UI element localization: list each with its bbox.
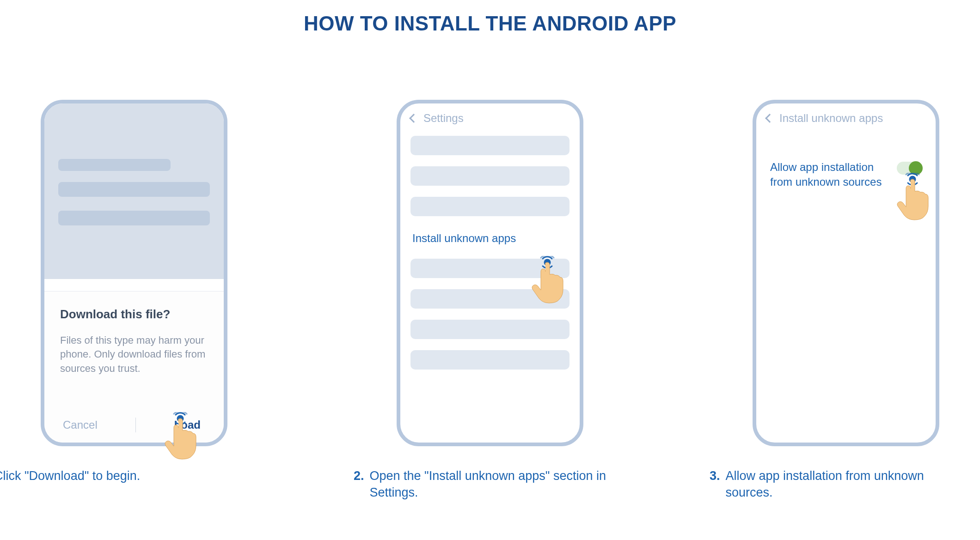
unknown-apps-panel: Allow app installation from unknown sour… <box>756 129 936 202</box>
screen-header[interactable]: Settings <box>400 103 580 129</box>
caption-number: 3. <box>710 467 720 501</box>
page-title: HOW TO INSTALL THE ANDROID APP <box>0 12 980 35</box>
dialog-body: Files of this type may harm your phone. … <box>60 334 208 376</box>
settings-list: Install unknown apps <box>400 129 580 387</box>
allow-unknown-toggle[interactable] <box>897 162 922 175</box>
download-dialog: Download this file? Files of this type m… <box>44 291 224 443</box>
phone-mockup-3: Install unknown apps Allow app installat… <box>753 100 939 446</box>
step-caption: Click "Download" to begin. <box>0 467 247 484</box>
caption-text: Click "Download" to begin. <box>0 467 247 484</box>
placeholder-bar <box>58 159 171 171</box>
settings-item-placeholder <box>410 259 570 278</box>
caption-number: 2. <box>354 467 364 501</box>
dialog-title: Download this file? <box>60 307 208 322</box>
header-title: Install unknown apps <box>779 112 883 125</box>
settings-item-placeholder <box>410 289 570 309</box>
background-content <box>44 103 224 279</box>
install-guide: HOW TO INSTALL THE ANDROID APP Download … <box>0 0 980 501</box>
step-3: Install unknown apps Allow app installat… <box>744 100 948 501</box>
toggle-knob <box>909 161 923 175</box>
settings-item-placeholder <box>410 166 570 186</box>
settings-item-placeholder <box>410 197 570 216</box>
step-caption: 2. Open the "Install unknown apps" secti… <box>354 467 612 501</box>
dialog-actions: Cancel Load <box>60 418 208 432</box>
placeholder-bar <box>58 211 210 225</box>
caption-text: Allow app installation from unknown sour… <box>726 467 968 501</box>
back-chevron-icon <box>409 114 418 123</box>
cancel-button[interactable]: Cancel <box>63 419 98 431</box>
toggle-label: Allow app installation from unknown sour… <box>770 160 889 190</box>
phone-mockup-1: Download this file? Files of this type m… <box>41 100 227 446</box>
screen-header[interactable]: Install unknown apps <box>756 103 936 129</box>
settings-item-placeholder <box>410 136 570 155</box>
steps-row: Download this file? Files of this type m… <box>0 100 980 501</box>
settings-item-placeholder <box>410 320 570 339</box>
divider <box>135 418 136 432</box>
phone-screen: Settings Install unknown apps <box>400 103 580 443</box>
phone-screen: Download this file? Files of this type m… <box>44 103 224 443</box>
allow-unknown-row: Allow app installation from unknown sour… <box>770 160 922 190</box>
header-title: Settings <box>423 112 464 125</box>
phone-screen: Install unknown apps Allow app installat… <box>756 103 936 443</box>
step-2: Settings Install unknown apps <box>388 100 592 501</box>
step-1: Download this file? Files of this type m… <box>32 100 236 501</box>
caption-text: Open the "Install unknown apps" section … <box>370 467 612 501</box>
back-chevron-icon <box>765 114 774 123</box>
install-unknown-apps-link[interactable]: Install unknown apps <box>410 227 570 259</box>
phone-mockup-2: Settings Install unknown apps <box>397 100 583 446</box>
load-button[interactable]: Load <box>174 419 205 431</box>
settings-item-placeholder <box>410 350 570 370</box>
placeholder-bar <box>58 182 210 197</box>
step-caption: 3. Allow app installation from unknown s… <box>710 467 968 501</box>
